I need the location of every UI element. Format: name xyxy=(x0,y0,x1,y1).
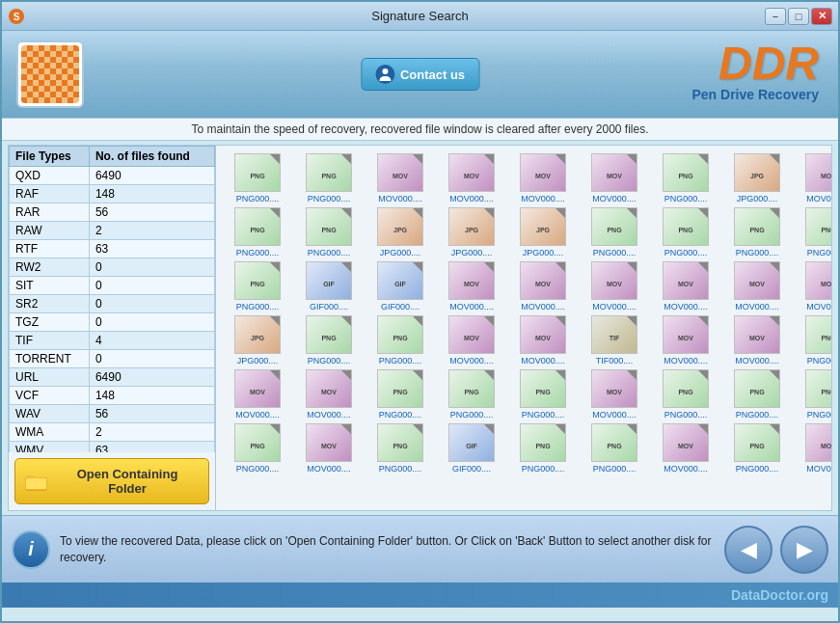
file-corner-icon xyxy=(413,262,422,272)
table-row[interactable]: SR20 xyxy=(10,295,215,313)
list-item[interactable]: MOV MOV000.... xyxy=(581,369,648,420)
list-item[interactable]: GIF GIF000.... xyxy=(366,261,434,312)
list-item[interactable]: PNG PNG000.... xyxy=(581,207,648,257)
file-thumbnail: MOV xyxy=(805,261,831,300)
list-item[interactable]: PNG PNG000.... xyxy=(224,207,291,257)
list-item[interactable]: MOV MOV000.... xyxy=(581,153,648,203)
table-row[interactable]: WMV63 xyxy=(10,442,215,453)
right-panel[interactable]: PNG PNG000.... PNG PNG000.... MOV MOV000… xyxy=(216,146,831,510)
list-item[interactable]: MOV MOV000.... xyxy=(509,153,577,203)
list-item[interactable]: MOV MOV000.... xyxy=(366,153,434,203)
list-item[interactable]: MOV MOV000.... xyxy=(295,369,363,420)
list-item[interactable]: PNG PNG000.... xyxy=(366,423,434,474)
list-item[interactable]: PNG PNG000.... xyxy=(224,261,291,312)
list-item[interactable]: MOV MOV000.... xyxy=(581,261,648,312)
table-row[interactable]: RAF148 xyxy=(10,185,215,203)
table-row[interactable]: URL6490 xyxy=(10,368,215,387)
file-name-label: MOV000.... xyxy=(512,356,575,366)
list-item[interactable]: PNG PNG000.... xyxy=(295,207,363,257)
list-item[interactable]: PNG PNG000.... xyxy=(438,369,505,420)
list-item[interactable]: JPG JPG000.... xyxy=(509,207,577,257)
list-item[interactable]: PNG PNG000.... xyxy=(723,423,791,474)
list-item[interactable]: MOV MOV000.... xyxy=(509,261,577,312)
table-row[interactable]: RAR56 xyxy=(10,203,215,222)
list-item[interactable]: MOV MOV000.... xyxy=(723,315,791,366)
table-row[interactable]: RAW2 xyxy=(10,222,215,240)
list-item[interactable]: MOV MOV000.... xyxy=(795,261,831,312)
table-row[interactable]: RTF63 xyxy=(10,240,215,258)
list-item[interactable]: MOV MOV000.... xyxy=(438,261,505,312)
list-item[interactable]: JPG JPG000.... xyxy=(438,207,505,257)
list-item[interactable]: PNG PNG000.... xyxy=(795,315,831,366)
table-row[interactable]: QXD6490 xyxy=(10,167,215,185)
close-button[interactable]: ✕ xyxy=(811,8,832,25)
list-item[interactable]: MOV MOV000.... xyxy=(652,315,719,366)
file-thumbnail: MOV xyxy=(734,261,780,300)
table-row[interactable]: TIF4 xyxy=(10,332,215,350)
list-item[interactable]: MOV MOV000.... xyxy=(723,261,791,312)
table-row[interactable]: WAV56 xyxy=(10,405,215,423)
table-row[interactable]: WMA2 xyxy=(10,423,215,442)
list-item[interactable]: PNG PNG000.... xyxy=(723,369,791,420)
footer-brand: DataDoctor.org xyxy=(731,587,828,603)
list-item[interactable]: PNG PNG000.... xyxy=(366,315,434,366)
list-item[interactable]: JPG JPG000.... xyxy=(224,315,291,366)
list-item[interactable]: JPG JPG000.... xyxy=(723,153,791,203)
list-item[interactable]: TIF TIF000.... xyxy=(581,315,648,366)
file-name-label: MOV000.... xyxy=(512,302,575,312)
file-thumbnail: MOV xyxy=(591,153,637,192)
restore-button[interactable]: □ xyxy=(788,8,809,25)
main-content: File Types No. of files found QXD6490RAF… xyxy=(8,145,832,511)
list-item[interactable]: MOV MOV000.... xyxy=(795,423,831,474)
back-button[interactable]: ◀ xyxy=(724,526,772,574)
file-name-label: MOV000.... xyxy=(512,194,575,203)
list-item[interactable]: PNG PNG000.... xyxy=(295,153,363,203)
list-item[interactable]: MOV MOV000.... xyxy=(652,261,719,312)
list-item[interactable]: MOV MOV000.... xyxy=(652,423,719,474)
list-item[interactable]: GIF GIF000.... xyxy=(295,261,363,312)
file-corner-icon xyxy=(270,154,280,164)
file-corner-icon xyxy=(627,316,637,326)
file-type-cell: RAF xyxy=(10,185,90,203)
file-thumbnail: PNG xyxy=(377,369,423,408)
list-item[interactable]: MOV MOV000.... xyxy=(509,315,577,366)
table-row[interactable]: TGZ0 xyxy=(10,313,215,332)
file-type-badge: MOV xyxy=(607,389,622,395)
list-item[interactable]: MOV MOV000.... xyxy=(438,315,505,366)
logo-checker-icon xyxy=(21,45,79,103)
svg-rect-6 xyxy=(26,478,46,489)
table-row[interactable]: VCF148 xyxy=(10,387,215,405)
list-item[interactable]: PNG PNG000.... xyxy=(652,207,719,257)
list-item[interactable]: MOV MOV000.... xyxy=(438,153,505,203)
table-row[interactable]: TORRENT0 xyxy=(10,350,215,368)
list-item[interactable]: MOV MOV000.... xyxy=(295,423,363,474)
open-folder-button[interactable]: Open Containing Folder xyxy=(14,458,209,504)
list-item[interactable]: PNG PNG000.... xyxy=(366,369,434,420)
next-button[interactable]: ▶ xyxy=(780,526,828,574)
list-item[interactable]: PNG PNG000.... xyxy=(652,369,719,420)
table-row[interactable]: SIT0 xyxy=(10,277,215,295)
list-item[interactable]: PNG PNG000.... xyxy=(224,423,291,474)
table-row[interactable]: RW20 xyxy=(10,258,215,277)
list-item[interactable]: PNG PNG000.... xyxy=(224,153,291,203)
contact-button[interactable]: Contact us xyxy=(361,58,479,91)
footer-brand-text: DataDoctor.org xyxy=(731,587,828,603)
list-item[interactable]: PNG PNG000.... xyxy=(723,207,791,257)
list-item[interactable]: PNG PNG000.... xyxy=(509,369,577,420)
minimize-button[interactable]: − xyxy=(765,8,786,25)
list-item[interactable]: PNG PNG000.... xyxy=(795,369,831,420)
list-item[interactable]: PNG PNG000.... xyxy=(509,423,577,474)
list-item[interactable]: JPG JPG000.... xyxy=(366,207,434,257)
list-item[interactable]: MOV MOV000.... xyxy=(795,153,831,203)
list-item[interactable]: PNG PNG000.... xyxy=(795,207,831,257)
list-item[interactable]: PNG PNG000.... xyxy=(581,423,648,474)
list-item[interactable]: PNG PNG000.... xyxy=(652,153,719,203)
list-item[interactable]: PNG PNG000.... xyxy=(295,315,363,366)
file-type-badge: MOV xyxy=(749,335,765,341)
list-item[interactable]: MOV MOV000.... xyxy=(224,369,291,420)
file-thumbnail: PNG xyxy=(805,207,831,246)
file-corner-icon xyxy=(484,208,494,218)
list-item[interactable]: GIF GIF000.... xyxy=(438,423,505,474)
logo-box xyxy=(16,41,84,108)
file-name-label: MOV000.... xyxy=(298,464,361,474)
